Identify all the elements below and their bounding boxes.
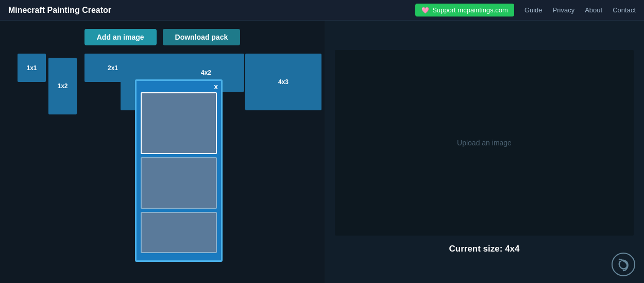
header-left: Minecraft Painting Creator xyxy=(8,6,111,15)
current-size: Current size: 4x4 xyxy=(449,244,520,254)
painting-slot-1x1[interactable]: 1x1 xyxy=(18,54,46,82)
panel-image-slot-1[interactable] xyxy=(141,92,217,154)
header-right: Support mcpaintings.com Guide Privacy Ab… xyxy=(415,4,636,16)
main: Add an image Download pack 1x11x22x12x24… xyxy=(0,21,644,283)
upload-area[interactable]: Upload an image xyxy=(335,50,634,236)
painting-slot-1x2[interactable]: 1x2 xyxy=(48,58,77,114)
panel-close-button[interactable]: x xyxy=(214,83,218,90)
nav-privacy[interactable]: Privacy xyxy=(553,6,575,14)
panel-image-slot-2[interactable] xyxy=(141,157,217,209)
header: Minecraft Painting Creator Support mcpai… xyxy=(0,0,644,21)
paintings-area: 1x11x22x12x24x24x3x xyxy=(8,54,316,270)
support-button[interactable]: Support mcpaintings.com xyxy=(415,4,514,16)
right-panel: Upload an image Current size: 4x4 xyxy=(325,21,644,283)
panel-popup: x xyxy=(135,79,223,262)
left-panel: Add an image Download pack 1x11x22x12x24… xyxy=(0,21,325,283)
upload-label: Upload an image xyxy=(457,139,512,147)
nav-about[interactable]: About xyxy=(585,6,602,14)
add-image-button[interactable]: Add an image xyxy=(84,29,157,45)
download-pack-button[interactable]: Download pack xyxy=(163,29,241,45)
boosty-icon[interactable] xyxy=(611,252,636,277)
toolbar: Add an image Download pack xyxy=(8,29,316,45)
painting-slot-4x3[interactable]: 4x3 xyxy=(245,54,321,110)
nav-contact[interactable]: Contact xyxy=(613,6,636,14)
panel-image-slot-3[interactable] xyxy=(141,212,217,253)
nav-guide[interactable]: Guide xyxy=(524,6,543,14)
app-title: Minecraft Painting Creator xyxy=(8,6,111,15)
svg-point-0 xyxy=(612,253,635,276)
